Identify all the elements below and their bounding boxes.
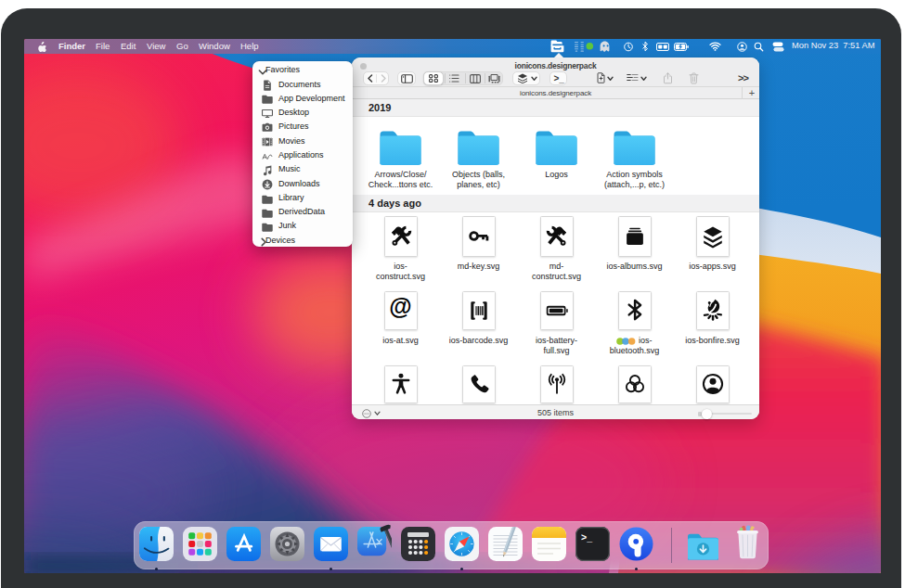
svg-text:>_: >_ — [581, 531, 592, 543]
